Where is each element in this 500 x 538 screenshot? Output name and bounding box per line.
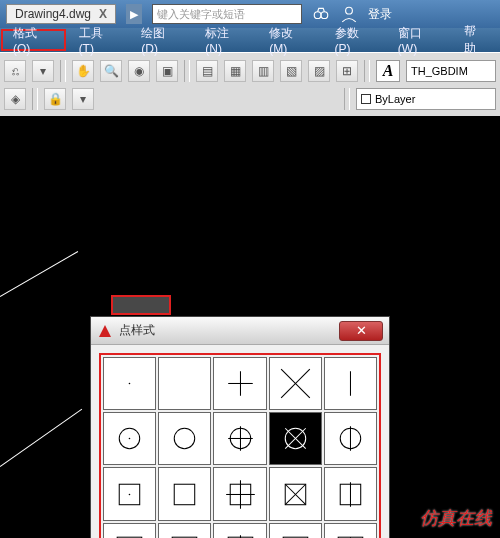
text-style-icon[interactable]: A bbox=[376, 60, 400, 82]
separator bbox=[344, 88, 350, 110]
point-style-option-12[interactable] bbox=[213, 467, 266, 520]
point-style-dialog: 点样式 ✕ 点大小(S): % 相对于屏幕设置大小(R) 按绝对单位设置大小(A… bbox=[90, 316, 390, 538]
svg-rect-22 bbox=[175, 484, 195, 504]
point-style-option-0[interactable] bbox=[103, 357, 156, 410]
svg-point-11 bbox=[175, 429, 195, 449]
menu-tools[interactable]: 工具(T) bbox=[67, 28, 130, 52]
menu-window[interactable]: 窗口(W) bbox=[386, 28, 453, 52]
separator bbox=[184, 60, 190, 82]
separator bbox=[32, 88, 38, 110]
search-arrow-icon[interactable]: ▶ bbox=[126, 4, 142, 24]
point-style-option-19[interactable] bbox=[324, 523, 377, 538]
tool-icon-8[interactable]: ⊞ bbox=[336, 60, 358, 82]
dialog-title-text: 点样式 bbox=[119, 322, 155, 339]
app-logo-icon bbox=[97, 323, 113, 339]
point-style-grid bbox=[99, 353, 381, 538]
menu-help[interactable]: 帮助 bbox=[452, 28, 500, 52]
svg-point-10 bbox=[129, 438, 131, 440]
search-placeholder: 键入关键字或短语 bbox=[157, 7, 245, 22]
tool-icon-2[interactable]: ▾ bbox=[32, 60, 54, 82]
binoculars-icon[interactable] bbox=[312, 5, 330, 23]
point-style-option-9[interactable] bbox=[324, 412, 377, 465]
point-style-option-16[interactable] bbox=[158, 523, 211, 538]
filename-tab[interactable]: Drawing4.dwg X bbox=[6, 4, 116, 24]
style-combo[interactable]: TH_GBDIM bbox=[406, 60, 496, 82]
login-link[interactable]: 登录 bbox=[368, 6, 392, 23]
point-style-option-18[interactable] bbox=[269, 523, 322, 538]
drawing-canvas[interactable]: 点样式 ✕ 点大小(S): % 相对于屏幕设置大小(R) 按绝对单位设置大小(A… bbox=[0, 116, 500, 538]
point-style-option-4[interactable] bbox=[324, 357, 377, 410]
point-style-option-8[interactable] bbox=[269, 412, 322, 465]
dialog-titlebar[interactable]: 点样式 ✕ bbox=[91, 317, 389, 345]
zoom-icon[interactable]: 🔍 bbox=[100, 60, 122, 82]
point-style-option-5[interactable] bbox=[103, 412, 156, 465]
watermark-text: 仿真在线 bbox=[420, 506, 492, 530]
layer-icon-2[interactable]: 🔒 bbox=[44, 88, 66, 110]
menu-param[interactable]: 参数(P) bbox=[323, 28, 386, 52]
tool-icon-7[interactable]: ▨ bbox=[308, 60, 330, 82]
dialog-close-button[interactable]: ✕ bbox=[339, 321, 383, 341]
point-style-option-6[interactable] bbox=[158, 412, 211, 465]
tool-icon-4[interactable]: ▦ bbox=[224, 60, 246, 82]
tool-icon-3[interactable]: ▤ bbox=[196, 60, 218, 82]
tab-close-icon[interactable]: X bbox=[99, 7, 107, 21]
tool-icon-6[interactable]: ▧ bbox=[280, 60, 302, 82]
separator bbox=[60, 60, 66, 82]
toolbar-area: ⎌ ▾ ✋ 🔍 ◉ ▣ ▤ ▦ ▥ ▧ ▨ ⊞ A TH_GBDIM ◈ 🔒 ▾… bbox=[0, 52, 500, 118]
point-style-option-7[interactable] bbox=[213, 412, 266, 465]
menu-dimension[interactable]: 标注(N) bbox=[193, 28, 257, 52]
search-input[interactable]: 键入关键字或短语 bbox=[152, 4, 302, 24]
orbit-icon[interactable]: ◉ bbox=[128, 60, 150, 82]
tool-icon-1[interactable]: ⎌ bbox=[4, 60, 26, 82]
dialog-tab-highlight bbox=[111, 295, 171, 315]
menu-draw[interactable]: 绘图(D) bbox=[129, 28, 193, 52]
menu-bar: 格式(O) 工具(T) 绘图(D) 标注(N) 修改(M) 参数(P) 窗口(W… bbox=[0, 28, 500, 52]
layer-icon-3[interactable]: ▾ bbox=[72, 88, 94, 110]
point-style-option-11[interactable] bbox=[158, 467, 211, 520]
point-style-option-1[interactable] bbox=[158, 357, 211, 410]
separator bbox=[364, 60, 370, 82]
menu-modify[interactable]: 修改(M) bbox=[257, 28, 322, 52]
point-style-option-13[interactable] bbox=[269, 467, 322, 520]
color-swatch-icon bbox=[361, 94, 371, 104]
svg-point-1 bbox=[321, 12, 328, 19]
filename-text: Drawing4.dwg bbox=[15, 7, 91, 21]
tool-icon-5[interactable]: ▥ bbox=[252, 60, 274, 82]
layer-combo[interactable]: ByLayer bbox=[356, 88, 496, 110]
pan-icon[interactable]: ✋ bbox=[72, 60, 94, 82]
window-icon[interactable]: ▣ bbox=[156, 60, 178, 82]
point-style-option-15[interactable] bbox=[103, 523, 156, 538]
point-style-option-3[interactable] bbox=[269, 357, 322, 410]
point-style-option-2[interactable] bbox=[213, 357, 266, 410]
user-icon[interactable] bbox=[340, 5, 358, 23]
menu-format[interactable]: 格式(O) bbox=[1, 29, 66, 51]
svg-point-3 bbox=[129, 383, 131, 385]
svg-point-21 bbox=[129, 493, 131, 495]
point-style-option-17[interactable] bbox=[213, 523, 266, 538]
svg-point-0 bbox=[314, 12, 321, 19]
svg-point-2 bbox=[346, 7, 353, 14]
point-style-option-10[interactable] bbox=[103, 467, 156, 520]
point-style-option-14[interactable] bbox=[324, 467, 377, 520]
layer-icon-1[interactable]: ◈ bbox=[4, 88, 26, 110]
